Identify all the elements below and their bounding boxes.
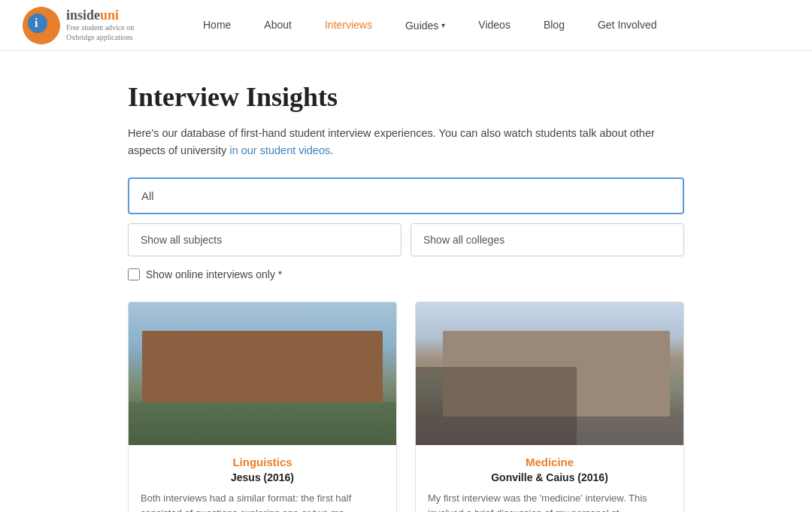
nav-link-interviews[interactable]: Interviews xyxy=(308,19,389,31)
filter-colleges-button[interactable]: Show all colleges xyxy=(411,223,684,256)
svg-text:i: i xyxy=(35,17,38,29)
nav-link-get-involved[interactable]: Get Involved xyxy=(581,19,674,31)
card-2-excerpt: My first interview was the 'medicine' in… xyxy=(428,491,671,512)
nav-link-guides[interactable]: Guides ▾ xyxy=(389,20,462,32)
navbar: i insideuni Free student advice on Oxbri… xyxy=(0,0,812,51)
logo-icon: i xyxy=(23,7,60,44)
nav-item-get-involved[interactable]: Get Involved xyxy=(581,19,674,32)
card-1-excerpt: Both interviews had a similar format: th… xyxy=(141,491,384,512)
main-content: Interview Insights Here's our database o… xyxy=(113,51,699,512)
card-1-body: Linguistics Jesus (2016) Both interviews… xyxy=(129,445,396,512)
page-title: Interview Insights xyxy=(128,81,684,113)
card-1-subject: Linguistics xyxy=(141,456,384,468)
online-interviews-checkbox[interactable] xyxy=(128,268,140,280)
nav-link-home[interactable]: Home xyxy=(186,19,247,31)
student-videos-link[interactable]: in our student videos xyxy=(229,144,330,156)
chevron-down-icon: ▾ xyxy=(441,21,445,29)
nav-item-interviews[interactable]: Interviews xyxy=(308,19,389,32)
logo-subtitle: Free student advice on Oxbridge applicat… xyxy=(66,23,156,42)
card-2-college: Gonville & Caius (2016) xyxy=(428,471,671,483)
nav-item-blog[interactable]: Blog xyxy=(527,19,581,32)
card-2-subject: Medicine xyxy=(428,456,671,468)
desc-text-after: . xyxy=(330,144,333,156)
card-2: Medicine Gonville & Caius (2016) My firs… xyxy=(415,301,684,512)
nav-item-home[interactable]: Home xyxy=(186,19,247,32)
logo-inside: inside xyxy=(66,8,100,23)
logo-text: insideuni Free student advice on Oxbridg… xyxy=(66,8,156,43)
page-description: Here's our database of first-hand studen… xyxy=(128,125,684,159)
logo-uni: uni xyxy=(100,8,119,23)
filter-row: Show all subjects Show all colleges xyxy=(128,223,684,256)
cards-grid: Linguistics Jesus (2016) Both interviews… xyxy=(128,301,684,512)
desc-text-before: Here's our database of first-hand studen… xyxy=(128,127,655,156)
nav-link-videos[interactable]: Videos xyxy=(462,19,527,31)
card-1: Linguistics Jesus (2016) Both interviews… xyxy=(128,301,397,512)
filter-subjects-button[interactable]: Show all subjects xyxy=(128,223,401,256)
online-interviews-label: Show online interviews only * xyxy=(146,268,282,280)
nav-item-guides[interactable]: Guides ▾ xyxy=(389,20,462,32)
nav-link-about[interactable]: About xyxy=(247,19,308,31)
logo[interactable]: i insideuni Free student advice on Oxbri… xyxy=(23,7,156,44)
nav-item-about[interactable]: About xyxy=(247,19,308,32)
card-1-image xyxy=(129,302,396,445)
nav-item-videos[interactable]: Videos xyxy=(462,19,527,32)
online-interviews-row: Show online interviews only * xyxy=(128,268,684,280)
nav-link-blog[interactable]: Blog xyxy=(527,19,581,31)
card-2-image xyxy=(416,302,683,445)
search-input[interactable] xyxy=(128,177,684,214)
nav-links: Home About Interviews Guides ▾ Videos Bl… xyxy=(186,19,789,32)
card-2-body: Medicine Gonville & Caius (2016) My firs… xyxy=(416,445,683,512)
card-1-college: Jesus (2016) xyxy=(141,471,384,483)
